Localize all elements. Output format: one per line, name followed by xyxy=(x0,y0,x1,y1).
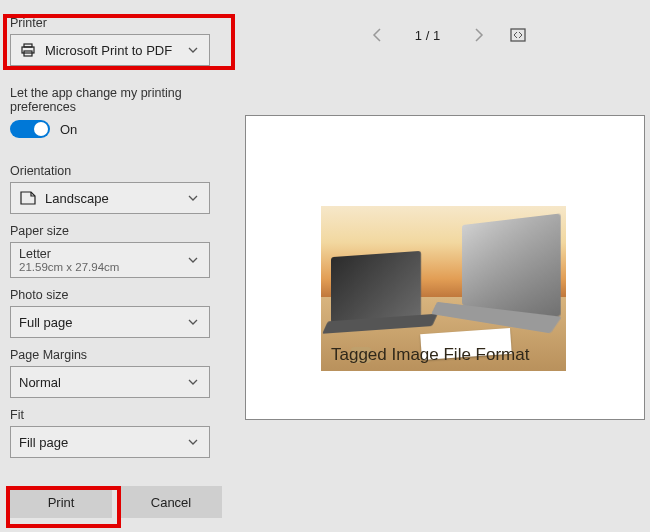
permissions-label: Let the app change my printing preferenc… xyxy=(10,86,215,114)
next-page-button[interactable] xyxy=(466,23,490,47)
page-indicator: 1 / 1 xyxy=(408,28,448,43)
printer-label: Printer xyxy=(10,16,215,30)
orientation-icon xyxy=(19,191,37,205)
paper-size-line2: 21.59cm x 27.94cm xyxy=(19,261,119,273)
photo-size-dropdown[interactable]: Full page xyxy=(10,306,210,338)
svg-rect-3 xyxy=(511,29,525,41)
preview-sheet: Tagged Image File Format xyxy=(245,115,645,420)
chevron-down-icon xyxy=(187,192,199,204)
orientation-dropdown-text: Landscape xyxy=(45,191,209,206)
preview-caption: Tagged Image File Format xyxy=(331,345,529,365)
printer-icon xyxy=(19,42,37,58)
chevron-down-icon xyxy=(187,44,199,56)
cancel-button[interactable]: Cancel xyxy=(120,486,222,518)
permissions-toggle[interactable] xyxy=(10,120,50,138)
page-margins-dropdown[interactable]: Normal xyxy=(10,366,210,398)
chevron-down-icon xyxy=(187,436,199,448)
chevron-down-icon xyxy=(187,376,199,388)
fit-dropdown[interactable]: Fill page xyxy=(10,426,210,458)
fit-dropdown-text: Fill page xyxy=(19,435,209,450)
paper-size-line1: Letter xyxy=(19,247,51,261)
printer-dropdown-text: Microsoft Print to PDF xyxy=(45,43,209,58)
orientation-dropdown[interactable]: Landscape xyxy=(10,182,210,214)
chevron-down-icon xyxy=(187,254,199,266)
page-margins-dropdown-text: Normal xyxy=(19,375,209,390)
preview-image: Tagged Image File Format xyxy=(321,206,566,371)
fit-page-button[interactable] xyxy=(506,23,530,47)
page-margins-label: Page Margins xyxy=(10,348,215,362)
paper-size-label: Paper size xyxy=(10,224,215,238)
permissions-toggle-state: On xyxy=(60,122,77,137)
chevron-down-icon xyxy=(187,316,199,328)
photo-size-label: Photo size xyxy=(10,288,215,302)
photo-size-dropdown-text: Full page xyxy=(19,315,209,330)
printer-dropdown[interactable]: Microsoft Print to PDF xyxy=(10,34,210,66)
paper-size-dropdown[interactable]: Letter 21.59cm x 27.94cm xyxy=(10,242,210,278)
svg-rect-1 xyxy=(24,44,32,47)
print-settings-panel: Printer Microsoft Print to PDF Let the a… xyxy=(0,0,225,532)
prev-page-button[interactable] xyxy=(366,23,390,47)
fit-label: Fit xyxy=(10,408,215,422)
print-button[interactable]: Print xyxy=(10,486,112,518)
orientation-label: Orientation xyxy=(10,164,215,178)
preview-panel: 1 / 1 Tagged Image File Format xyxy=(245,0,650,532)
page-nav-bar: 1 / 1 xyxy=(245,20,650,50)
